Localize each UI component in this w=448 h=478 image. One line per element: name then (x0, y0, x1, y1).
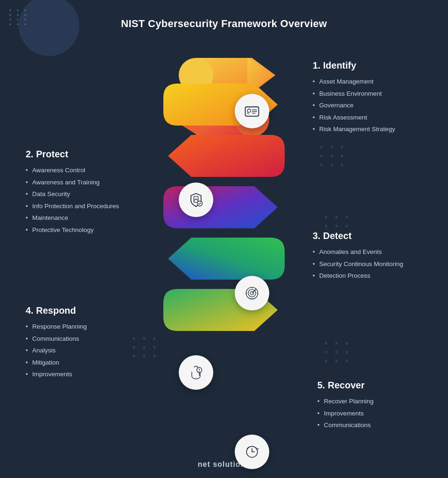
list-item: Improvements (26, 368, 128, 380)
protect-list: Awareness ControlAwareness and TrainingD… (26, 164, 147, 236)
identify-icon (235, 94, 269, 128)
list-item: Analysis (26, 344, 128, 357)
list-item: Risk Assessment (313, 112, 420, 124)
list-item: Data Security (26, 188, 147, 200)
main-content: 1. Identify Asset ManagementBusiness Env… (0, 35, 448, 475)
identify-section: 1. Identify Asset ManagementBusiness Env… (313, 60, 420, 135)
respond-section: 4. Respond Response PlanningCommunicatio… (26, 305, 128, 380)
recover-title: 5. Recover (317, 380, 420, 391)
svg-point-14 (199, 371, 199, 372)
list-item: Communications (26, 333, 128, 345)
list-item: Risk Management Strategy (313, 123, 420, 135)
respond-icon (179, 355, 213, 390)
list-item: Awareness and Training (26, 176, 147, 189)
list-item: Communications (317, 419, 420, 431)
protect-icon (179, 183, 213, 217)
list-item: Anomalies and Events (313, 246, 420, 258)
svg-point-3 (247, 109, 251, 112)
svg-rect-7 (194, 197, 198, 203)
identify-title: 1. Identify (313, 60, 420, 71)
list-item: Maintenance (26, 212, 147, 224)
list-item: Recover Planning (317, 395, 420, 408)
respond-title: 4. Respond (26, 305, 128, 316)
recover-icon (235, 435, 269, 469)
detect-list: Anomalies and EventsSecurity Continous M… (313, 246, 420, 282)
list-item: Detection Process (313, 270, 420, 282)
list-item: Business Environment (313, 88, 420, 100)
detect-section: 3. Detect Anomalies and EventsSecurity C… (313, 231, 420, 282)
list-item: Mitigation (26, 357, 128, 369)
protect-section: 2. Protect Awareness ControlAwareness an… (26, 149, 147, 236)
list-item: Protective Technology (26, 224, 147, 236)
list-item: Improvements (317, 408, 420, 420)
list-item: Asset Management (313, 76, 420, 88)
list-item: Governance (313, 99, 420, 112)
bg-dots-decoration (9, 9, 29, 25)
protect-title: 2. Protect (26, 149, 147, 160)
detect-icon (235, 276, 269, 310)
main-ribbon (163, 84, 285, 457)
list-item: Response Planning (26, 321, 128, 333)
identify-list: Asset ManagementBusiness EnvironmentGove… (313, 76, 420, 135)
recover-list: Recover PlanningImprovementsCommunicatio… (317, 395, 420, 431)
recover-section: 5. Recover Recover PlanningImprovementsC… (317, 380, 420, 431)
list-item: Info Protection and Procedures (26, 200, 147, 212)
list-item: Awareness Control (26, 164, 147, 176)
detect-title: 3. Detect (313, 231, 420, 241)
respond-list: Response PlanningCommunicationsAnalysisM… (26, 321, 128, 380)
list-item: Security Continous Monitoring (313, 258, 420, 270)
